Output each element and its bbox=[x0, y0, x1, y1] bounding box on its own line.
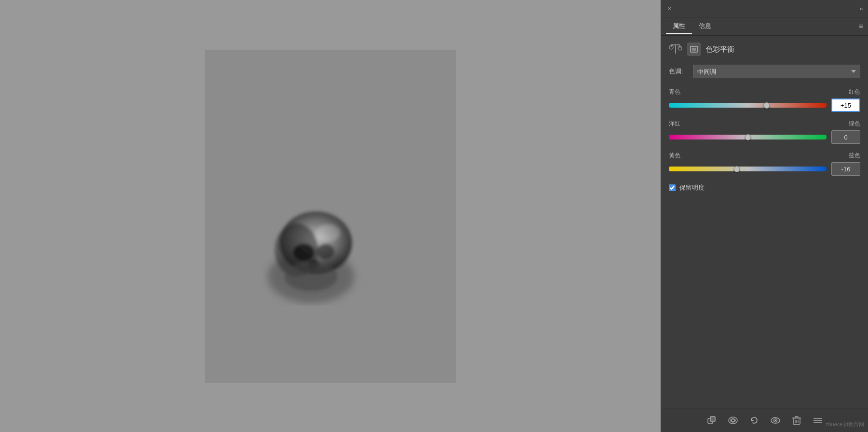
blue-label: 蓝色 bbox=[849, 152, 860, 160]
toolbar-clip-svg bbox=[707, 416, 717, 425]
preserve-row: 保留明度 bbox=[669, 183, 860, 192]
toolbar-reset-button[interactable] bbox=[747, 414, 761, 427]
magenta-green-slider-track[interactable] bbox=[669, 133, 827, 141]
toolbar-settings-button[interactable] bbox=[811, 414, 825, 427]
svg-point-6 bbox=[285, 262, 338, 291]
cyan-red-labels: 青色 红色 bbox=[669, 88, 860, 96]
red-label: 红色 bbox=[849, 88, 860, 96]
scales-svg bbox=[669, 43, 682, 56]
panel-content: 色彩平衡 色调: 阴影 中间调 高光 青色 红色 +15 bbox=[661, 36, 868, 408]
yellow-blue-labels: 黄色 蓝色 bbox=[669, 152, 860, 160]
panel-header-left: × bbox=[666, 5, 673, 12]
magenta-label: 洋红 bbox=[669, 120, 680, 128]
green-label: 绿色 bbox=[849, 120, 860, 128]
yellow-blue-slider-track[interactable] bbox=[669, 165, 827, 173]
cyan-red-thumb[interactable] bbox=[763, 102, 770, 109]
yellow-label: 黄色 bbox=[669, 152, 680, 160]
balance-icon bbox=[669, 42, 682, 56]
tone-row: 色调: 阴影 中间调 高光 bbox=[669, 65, 860, 78]
yellow-blue-thumb[interactable] bbox=[733, 166, 740, 172]
panel-toolbar bbox=[661, 408, 868, 432]
cyan-red-slider-block: 青色 红色 +15 bbox=[669, 88, 860, 112]
yellow-blue-slider-block: 黄色 蓝色 -16 bbox=[669, 152, 860, 176]
reset-svg bbox=[749, 416, 759, 425]
svg-point-3 bbox=[293, 244, 314, 261]
svg-rect-17 bbox=[710, 417, 715, 421]
yellow-blue-slider-inner: -16 bbox=[669, 162, 860, 176]
tone-select[interactable]: 阴影 中间调 高光 bbox=[693, 65, 860, 78]
panel-title: 色彩平衡 bbox=[705, 45, 734, 54]
tab-properties[interactable]: 属性 bbox=[666, 19, 692, 34]
cyan-red-slider-track[interactable] bbox=[669, 101, 827, 110]
delete-svg bbox=[792, 416, 801, 425]
svg-point-4 bbox=[317, 244, 334, 259]
clip-to-layer-icon[interactable] bbox=[687, 42, 701, 56]
magenta-green-thumb[interactable] bbox=[745, 134, 751, 140]
magenta-green-value-input[interactable]: 0 bbox=[831, 130, 860, 144]
canvas-area bbox=[0, 0, 661, 432]
title-row: 色彩平衡 bbox=[669, 42, 860, 56]
close-button[interactable]: × bbox=[666, 5, 673, 12]
properties-panel: × « 属性 信息 ≡ bbox=[661, 0, 868, 432]
magenta-green-labels: 洋红 绿色 bbox=[669, 120, 860, 128]
cyan-red-slider-inner: +15 bbox=[669, 98, 860, 112]
collapse-button[interactable]: « bbox=[860, 5, 863, 12]
magenta-green-slider-inner: 0 bbox=[669, 130, 860, 144]
toolbar-clip-button[interactable] bbox=[705, 414, 719, 427]
clip-svg bbox=[690, 45, 698, 53]
toolbar-delete-button[interactable] bbox=[790, 414, 803, 427]
tone-label: 色调: bbox=[669, 67, 688, 76]
tabs-bar: 属性 信息 ≡ bbox=[661, 17, 868, 36]
panel-menu-button[interactable]: ≡ bbox=[859, 22, 863, 31]
visibility-svg bbox=[770, 416, 781, 425]
magenta-green-slider-block: 洋红 绿色 0 bbox=[669, 120, 860, 144]
settings-svg bbox=[814, 416, 822, 425]
svg-point-7 bbox=[316, 224, 340, 242]
yellow-blue-value-input[interactable]: -16 bbox=[831, 162, 860, 176]
tab-info[interactable]: 信息 bbox=[692, 19, 718, 34]
toolbar-visibility-button[interactable] bbox=[769, 414, 782, 427]
preserve-luminosity-checkbox[interactable] bbox=[669, 184, 676, 191]
cyan-label: 青色 bbox=[669, 88, 680, 96]
cyan-red-gradient-bar bbox=[669, 103, 827, 108]
panel-header: × « bbox=[661, 0, 868, 17]
canvas-document bbox=[205, 50, 456, 383]
svg-point-19 bbox=[732, 419, 734, 422]
svg-rect-15 bbox=[692, 48, 696, 51]
toolbar-view-previous-button[interactable] bbox=[726, 414, 740, 427]
preserve-luminosity-label: 保留明度 bbox=[679, 183, 705, 192]
watermark: zhuece.jd教育网 bbox=[826, 421, 864, 428]
view-previous-svg bbox=[728, 416, 738, 425]
svg-point-22 bbox=[774, 419, 776, 421]
yellow-blue-gradient-bar bbox=[669, 167, 827, 171]
svg-point-18 bbox=[729, 417, 737, 424]
skull-illustration bbox=[263, 204, 374, 306]
cyan-red-value-input[interactable]: +15 bbox=[831, 98, 860, 112]
